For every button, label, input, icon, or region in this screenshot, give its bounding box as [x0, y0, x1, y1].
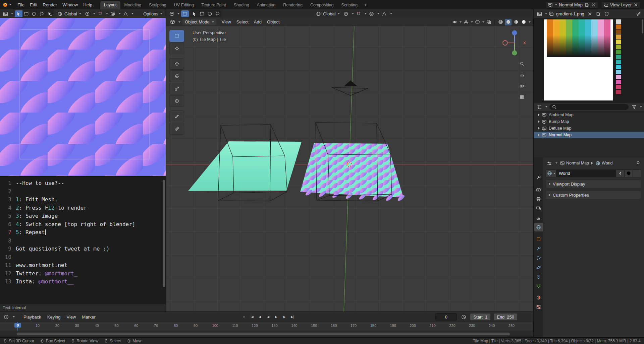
code-text[interactable]: Twitter: @mortmort_ [16, 270, 77, 278]
shading-wireframe-icon[interactable] [497, 19, 504, 25]
workspace-tab-layout[interactable]: Layout [100, 1, 120, 9]
rotate-tool[interactable] [169, 70, 184, 82]
tweak-select-icon[interactable] [191, 10, 198, 17]
options-dropdown[interactable]: Options [142, 11, 164, 17]
scale-tool[interactable] [169, 83, 184, 94]
viewport-menu-add[interactable]: Add [251, 18, 264, 25]
pick-select-icon[interactable] [46, 10, 53, 17]
lasso-select-icon[interactable] [214, 10, 221, 17]
image-browse-icon[interactable] [549, 11, 554, 16]
falloff-icon[interactable] [122, 10, 129, 17]
jump-to-start-button[interactable]: |◀ [248, 314, 256, 320]
axis-z-dot[interactable] [512, 30, 517, 36]
new-scene-icon[interactable] [584, 2, 589, 7]
properties-tab-tool[interactable] [534, 173, 543, 182]
fake-user-button[interactable] [625, 169, 633, 177]
annotate-tool[interactable] [169, 111, 184, 122]
code-text[interactable]: --How to use?-- [16, 179, 64, 188]
editor-type-timeline-button[interactable] [3, 314, 9, 320]
code-text[interactable]: www.mortmort.net [16, 261, 67, 270]
properties-tab-scene[interactable] [534, 213, 543, 222]
delete-scene-icon[interactable] [591, 2, 596, 7]
editor-type-properties-button[interactable] [546, 160, 552, 166]
unlink-world-button[interactable] [633, 169, 641, 177]
viewport-menu-select[interactable]: Select [234, 18, 251, 25]
workspace-tab-rendering[interactable]: Rendering [279, 1, 306, 9]
play-button[interactable]: ▶ [272, 314, 280, 320]
falloff-icon[interactable] [381, 10, 388, 17]
code-text[interactable]: 4: Swich scene [top right of blender] [16, 220, 135, 229]
timeline-menu-marker[interactable]: Marker [79, 314, 98, 321]
auto-keying-icon[interactable] [460, 314, 467, 320]
viewport-menu-view[interactable]: View [219, 18, 234, 25]
fake-user-icon[interactable] [603, 10, 610, 17]
pivot-point-icon[interactable] [84, 10, 91, 17]
code-text[interactable]: Got questions? tweet at me :) [16, 245, 109, 253]
browse-world-button[interactable] [546, 169, 556, 177]
outliner-item-ambient-map[interactable]: Ambient Map [534, 112, 644, 118]
workspace-tab-shading[interactable]: Shading [230, 1, 253, 9]
toggle-ortho-icon[interactable] [519, 93, 525, 100]
editor-type-3d-button[interactable] [168, 10, 175, 17]
prev-keyframe-button[interactable]: ◀∙ [256, 314, 264, 320]
properties-tab-physics[interactable] [534, 263, 543, 272]
gizmos-dropdown-icon[interactable] [463, 19, 469, 25]
shading-rendered-icon[interactable] [520, 19, 527, 25]
expand-icon[interactable] [538, 114, 540, 116]
panel-viewport-display[interactable]: Viewport Display [546, 180, 641, 188]
overlays-dropdown-icon[interactable] [474, 19, 481, 25]
editor-type-outliner-button[interactable] [536, 104, 543, 110]
workspace-tab-uv-editing[interactable]: UV Editing [170, 1, 198, 9]
code-text[interactable]: 2: Press F12 to render [16, 204, 87, 212]
properties-tab-view-layer[interactable] [534, 204, 543, 213]
pan-hand-icon[interactable] [519, 71, 525, 78]
outliner-item-defuse-map[interactable]: Defuse Map [534, 125, 644, 132]
properties-tab-render[interactable] [534, 185, 543, 194]
properties-tab-constraints[interactable] [534, 272, 543, 281]
workspace-tab-compositing[interactable]: Compositing [307, 1, 337, 9]
pivot-point-icon[interactable] [343, 10, 350, 17]
code-text[interactable]: Insta: @mortmort__ [16, 278, 74, 286]
properties-tab-output[interactable] [534, 195, 543, 203]
timeline-menu-playback[interactable]: Playback [21, 314, 44, 321]
world-name-field[interactable]: World [556, 169, 616, 177]
camera-object[interactable] [332, 81, 368, 95]
menu-help[interactable]: Help [80, 1, 95, 8]
zoom-icon[interactable] [519, 60, 525, 67]
users-count-button[interactable]: 4 [616, 169, 625, 177]
workspace-tab-sculpting[interactable]: Sculpting [145, 1, 170, 9]
image-filename[interactable]: gradient-1.png [556, 11, 584, 16]
expand-icon[interactable] [538, 134, 540, 136]
move-tool[interactable] [169, 58, 184, 70]
text-editor[interactable]: 1--How to use?--231: Edit Mesh.42: Press… [0, 177, 166, 312]
filter-icon[interactable] [631, 104, 637, 110]
properties-tab-object-data[interactable] [534, 282, 543, 290]
jump-to-end-button[interactable]: ▶| [288, 314, 296, 320]
code-area[interactable]: 1--How to use?--231: Edit Mesh.42: Press… [0, 179, 162, 286]
circle-select-icon[interactable] [206, 10, 214, 17]
menu-window[interactable]: Window [60, 1, 80, 8]
text-editor-scrollbar[interactable] [163, 180, 165, 287]
mode-dropdown[interactable]: Object Mode [182, 19, 216, 25]
outliner-item-bump-map[interactable]: Bump Map [534, 118, 644, 125]
image-editor-gradient[interactable] [534, 18, 644, 102]
scene-selector[interactable]: Normal Map [545, 1, 598, 8]
snap-magnet-icon[interactable] [97, 10, 104, 17]
visibility-dropdown-icon[interactable] [451, 19, 458, 25]
code-text[interactable]: 3: Save image [16, 212, 58, 220]
editor-type-3d-button[interactable] [169, 19, 176, 25]
timeline-scrollbar[interactable] [17, 333, 510, 335]
orientation-dropdown[interactable]: Global [55, 10, 83, 18]
viewport-menu-object[interactable]: Object [264, 18, 282, 25]
workspace-tab-animation[interactable]: Animation [253, 1, 279, 9]
properties-tab-texture[interactable] [534, 302, 543, 311]
transform-tool[interactable] [169, 95, 184, 107]
unlink-image-icon[interactable] [587, 10, 593, 17]
edit-image-icon[interactable] [635, 10, 642, 17]
proportional-edit-icon[interactable] [368, 10, 375, 17]
code-text[interactable]: 1: Edit Mesh. [16, 196, 58, 204]
next-keyframe-button[interactable]: ∙▶ [280, 314, 288, 320]
menu-edit[interactable]: Edit [27, 1, 40, 8]
image-editor-normal-map[interactable] [0, 18, 166, 176]
expand-icon[interactable] [538, 127, 540, 130]
